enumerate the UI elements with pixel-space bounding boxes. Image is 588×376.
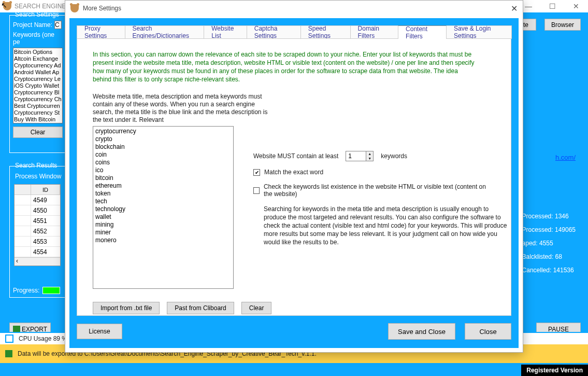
keywords-label: Keywords (one pe: [13, 31, 63, 46]
tab-content-filters[interactable]: Content Filters: [398, 25, 447, 39]
progress-bar: [42, 287, 60, 294]
close-dialog-button[interactable]: Close: [465, 323, 511, 340]
project-name-input[interactable]: [54, 21, 62, 29]
meta-instructions: Website meta title, meta description and…: [93, 93, 269, 124]
spin-up-icon[interactable]: ▲: [366, 151, 373, 156]
keywords-suffix: keywords: [381, 152, 407, 160]
progress-label: Progress:: [13, 287, 39, 294]
stat-scraped: aped: 4555: [522, 236, 576, 250]
more-settings-dialog: More Settings ✕ Proxy Settings Search En…: [65, 0, 523, 353]
process-window-label: Process Window: [15, 173, 63, 180]
check-html-label: Check the keywords list existence in the…: [264, 183, 495, 198]
stat-cancelled: Cancelled: 141536: [522, 263, 576, 277]
spin-down-icon[interactable]: ▼: [366, 156, 373, 161]
table-row: 4551: [15, 216, 60, 226]
table-row: 4550: [15, 205, 60, 216]
excel-icon: [5, 350, 12, 357]
maximize-button[interactable]: ☐: [540, 0, 564, 12]
search-settings-fieldset: Search Settings Project Name: Keywords (…: [9, 15, 66, 153]
license-button[interactable]: License: [77, 324, 122, 339]
min-keywords-spinner[interactable]: ▲▼: [346, 151, 374, 161]
guidance-note: Searching for keywords in the meta title…: [264, 205, 507, 246]
table-row: 4553: [15, 236, 60, 247]
bear-icon: [3, 2, 11, 10]
horizontal-scrollbar[interactable]: [15, 257, 60, 266]
match-exact-label: Match the exact word: [264, 169, 323, 176]
id-column-header: ID: [31, 185, 60, 194]
dialog-title: More Settings: [83, 5, 121, 12]
tabstrip: Proxy Settings Search Engines/Dictionari…: [77, 25, 511, 39]
stat-blacklisted: Balcklisted: 68: [522, 250, 576, 263]
match-exact-checkbox[interactable]: ✔: [253, 169, 260, 176]
tab-save-login[interactable]: Save & Login Settings: [446, 25, 512, 39]
tab-search-engines[interactable]: Search Engines/Dictionaries: [125, 25, 205, 39]
cpu-usage-text: CPU Usage 89 %: [19, 335, 67, 342]
keywords-textarea[interactable]: [93, 126, 234, 289]
partial-url-link[interactable]: h.com/: [555, 154, 576, 161]
min-keywords-input[interactable]: [346, 151, 366, 161]
cpu-icon: [5, 335, 13, 343]
dialog-close-button[interactable]: ✕: [511, 4, 518, 13]
check-html-checkbox[interactable]: [253, 187, 260, 194]
browser-button[interactable]: Browser: [544, 19, 581, 31]
stat-processed-2: Processed: 149065: [522, 223, 576, 236]
project-name-label: Project Name:: [13, 21, 52, 29]
bear-icon: [70, 4, 79, 12]
search-results-fieldset: Search Results Process Window ID 4549 45…: [9, 166, 66, 298]
import-txt-button[interactable]: Import from .txt file: [93, 302, 160, 314]
stat-processed-1: Processed: 1346: [522, 210, 576, 223]
close-button[interactable]: ✕: [564, 0, 588, 12]
tab-proxy-settings[interactable]: Proxy Settings: [77, 25, 125, 39]
clear-textarea-button[interactable]: Clear: [241, 302, 272, 314]
search-results-legend: Search Results: [14, 162, 58, 169]
tab-domain-filters[interactable]: Domain Filters: [350, 25, 399, 39]
paste-clipboard-button[interactable]: Past from Cliboard: [167, 302, 234, 314]
table-row: 4549: [15, 195, 60, 205]
clear-keywords-button[interactable]: Clear: [13, 127, 63, 138]
stats-block: Processed: 1346 Processed: 149065 aped: …: [522, 210, 576, 277]
intro-text: In this section, you can narrow down the…: [93, 50, 476, 83]
search-settings-legend: Search Settings: [14, 11, 60, 18]
tab-captcha-settings[interactable]: Captcha Settings: [247, 25, 301, 39]
tab-website-list[interactable]: Website List: [204, 25, 247, 39]
dialog-titlebar: More Settings ✕: [65, 1, 523, 16]
must-contain-label: Website MUST contain at least: [253, 152, 338, 160]
keywords-listbox[interactable]: Bitcoin Options Altcoin Exchange Cryptoc…: [13, 48, 63, 123]
tab-speed-settings[interactable]: Speed Settings: [300, 25, 351, 39]
results-grid[interactable]: ID 4549 4550 4551 4552 4553 4554: [14, 184, 61, 266]
save-and-close-button[interactable]: Save and Close: [388, 323, 455, 340]
table-row: 4552: [15, 226, 60, 236]
content-filters-panel: In this section, you can narrow down the…: [77, 38, 511, 316]
table-row: 4554: [15, 247, 60, 257]
registered-badge: Registered Version: [521, 365, 588, 376]
